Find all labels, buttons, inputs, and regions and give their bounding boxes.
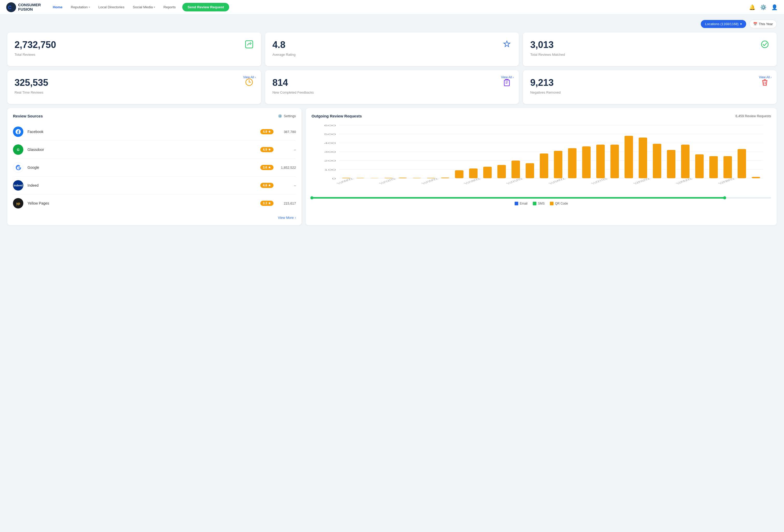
- logo[interactable]: C CONSUMER FUSION: [6, 2, 41, 12]
- card-number-realtime-reviews: 325,535: [15, 78, 48, 88]
- user-icon[interactable]: 👤: [771, 4, 778, 10]
- svg-rect-56: [667, 150, 676, 178]
- notifications-icon[interactable]: 🔔: [749, 4, 755, 10]
- svg-rect-27: [356, 178, 365, 178]
- source-rating-badge: 3.3 ★: [260, 201, 274, 206]
- card-icon-total-matched: [760, 40, 769, 51]
- star-icon: ★: [268, 166, 271, 169]
- scrollbar-left-handle[interactable]: [310, 196, 313, 199]
- yellow pages-logo: yp: [13, 198, 23, 208]
- svg-text:11/15/22: 11/15/22: [420, 177, 440, 185]
- source-name: Glassdoor: [27, 147, 260, 152]
- review-source-row[interactable]: Facebook4.9 ★387,780: [13, 123, 296, 141]
- legend-color-sms: [533, 202, 536, 205]
- send-review-button[interactable]: Send Review Request: [182, 3, 229, 11]
- svg-text:200: 200: [324, 160, 336, 162]
- this-year-button[interactable]: 📅 This Year: [749, 20, 777, 28]
- view-all-link-new-feedbacks[interactable]: View All ›: [501, 76, 514, 79]
- scrollbar-thumb: [311, 197, 725, 199]
- star-icon: ★: [268, 184, 271, 187]
- review-source-row[interactable]: ypYellow Pages3.3 ★215,617: [13, 194, 296, 212]
- svg-text:500: 500: [324, 133, 336, 136]
- svg-text:0: 0: [332, 177, 336, 180]
- svg-rect-36: [455, 170, 464, 178]
- source-rating-badge: 4.9 ★: [260, 147, 274, 152]
- settings-label: Settings: [284, 114, 296, 118]
- nav-links: HomeReputation▾Local DirectoriesSocial M…: [49, 3, 749, 11]
- card-top: 3,013: [530, 40, 769, 51]
- review-source-row[interactable]: indeedIndeed4.8 ★–: [13, 176, 296, 194]
- svg-text:300: 300: [324, 150, 336, 153]
- card-number-average-rating: 4.8: [273, 40, 285, 50]
- legend-item-email: Email: [515, 202, 528, 205]
- review-sources-header: Review Sources ⚙️ Settings: [13, 114, 296, 118]
- svg-rect-51: [611, 145, 619, 178]
- source-name: Indeed: [27, 183, 260, 188]
- locations-button[interactable]: Locations (1168/1168) ▾: [701, 20, 746, 28]
- indeed-logo: indeed: [13, 180, 23, 191]
- svg-text:11/24/22: 11/24/22: [547, 177, 567, 185]
- view-more-link[interactable]: View More ›: [13, 216, 296, 220]
- review-source-row[interactable]: GGlassdoor4.9 ★–: [13, 141, 296, 159]
- svg-text:400: 400: [324, 142, 336, 144]
- svg-rect-52: [624, 136, 633, 178]
- source-count: 215,617: [278, 201, 296, 205]
- svg-rect-28: [370, 178, 379, 178]
- star-icon: ★: [268, 148, 271, 151]
- nav-link-home[interactable]: Home: [49, 3, 66, 11]
- svg-rect-35: [441, 177, 450, 178]
- google-logo: [13, 162, 23, 173]
- locations-label: Locations (1168/1168): [705, 22, 738, 26]
- settings-icon[interactable]: ⚙️: [760, 4, 767, 10]
- legend-label: Email: [520, 202, 528, 205]
- scrollbar-right-handle[interactable]: [723, 196, 726, 199]
- card-top: 2,732,750: [15, 40, 254, 51]
- nav-link-local-directories[interactable]: Local Directories: [95, 3, 128, 11]
- source-rating-badge: 4.9 ★: [260, 129, 274, 134]
- stats-grid: 2,732,750Total Reviews4.8Average Rating3…: [7, 32, 777, 104]
- card-label-total-matched: Total Reviews Matched: [530, 53, 769, 57]
- chart-header: Outgoing Review Requests 6,459 Review Re…: [311, 114, 771, 118]
- svg-rect-45: [554, 151, 563, 178]
- stat-card-average-rating: 4.8Average Rating: [265, 32, 519, 66]
- card-number-total-reviews: 2,732,750: [15, 40, 56, 50]
- svg-text:12/02/22: 12/02/22: [632, 177, 651, 185]
- svg-rect-48: [582, 146, 591, 178]
- chart-svg: 010020030040050060011/09/2211/12/2211/15…: [311, 122, 771, 195]
- svg-rect-53: [639, 138, 647, 178]
- view-all-link-realtime-reviews[interactable]: View All ›: [243, 76, 256, 79]
- scrollbar-track[interactable]: [311, 197, 771, 199]
- nav-link-reports[interactable]: Reports: [160, 3, 179, 11]
- card-top: 4.8: [273, 40, 512, 51]
- stat-card-total-matched: 3,013Total Reviews Matched: [523, 32, 777, 66]
- svg-rect-55: [653, 144, 661, 178]
- svg-text:600: 600: [324, 124, 336, 127]
- svg-rect-57: [681, 145, 690, 178]
- svg-text:11/18/22: 11/18/22: [462, 177, 482, 185]
- card-top: 9,213: [530, 78, 769, 89]
- card-icon-total-reviews: [245, 40, 254, 51]
- star-icon: ★: [268, 201, 271, 205]
- chevron-right-icon: ›: [255, 76, 256, 79]
- chevron-down-icon: ▾: [89, 6, 90, 8]
- bottom-grid: Review Sources ⚙️ Settings Facebook4.9 ★…: [7, 108, 777, 225]
- review-source-row[interactable]: Google3.6 ★1,852,522: [13, 159, 296, 176]
- chart-count: 6,459 Review Requests: [735, 114, 771, 118]
- svg-text:100: 100: [324, 168, 336, 171]
- card-label-realtime-reviews: Real Time Reviews: [15, 90, 254, 94]
- card-number-total-matched: 3,013: [530, 40, 554, 50]
- nav-link-social-media[interactable]: Social Media▾: [129, 3, 159, 11]
- card-number-new-feedbacks: 814: [273, 78, 288, 88]
- chart-area: 010020030040050060011/09/2211/12/2211/15…: [311, 122, 771, 195]
- svg-text:11/27/22: 11/27/22: [589, 177, 609, 185]
- source-count: –: [278, 184, 296, 188]
- sources-list: Facebook4.9 ★387,780GGlassdoor4.9 ★–Goog…: [13, 123, 296, 212]
- nav-link-reputation[interactable]: Reputation▾: [67, 3, 93, 11]
- logo-text: CONSUMER: [18, 3, 41, 7]
- legend-label: SMS: [538, 202, 545, 205]
- view-all-link-negatives-removed[interactable]: View All ›: [759, 76, 772, 79]
- card-top: 814: [273, 78, 512, 89]
- svg-rect-2: [246, 41, 253, 48]
- main-content: Locations (1168/1168) ▾ 📅 This Year 2,73…: [0, 15, 784, 230]
- settings-button[interactable]: ⚙️ Settings: [278, 114, 296, 118]
